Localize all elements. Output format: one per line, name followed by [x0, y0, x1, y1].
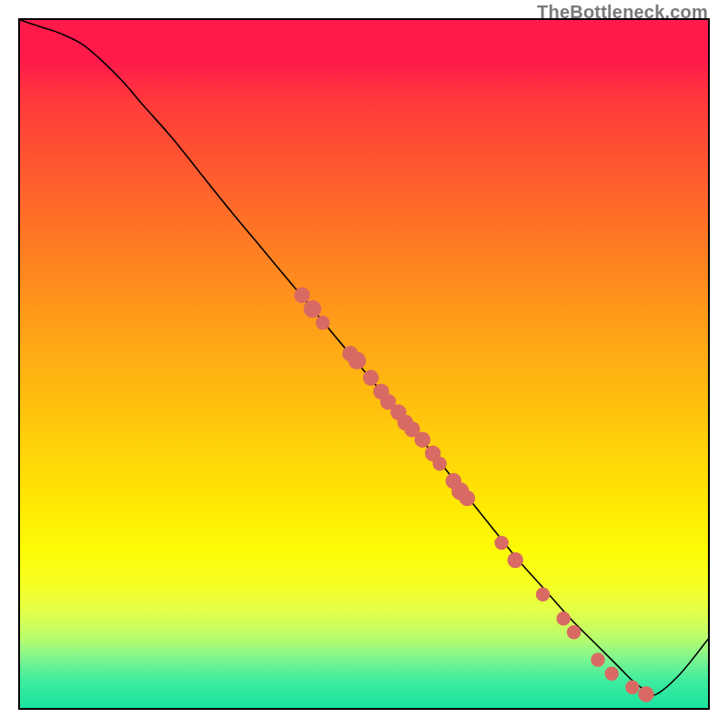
data-point	[383, 398, 392, 407]
data-point	[511, 555, 520, 564]
data-point	[429, 449, 438, 458]
data-point	[394, 408, 403, 417]
chart-container: TheBottleneck.com	[0, 0, 728, 728]
data-point	[307, 304, 318, 315]
data-point	[377, 387, 386, 396]
data-point	[436, 460, 443, 468]
watermark-text: TheBottleneck.com	[537, 2, 708, 23]
data-point	[498, 540, 505, 547]
data-point	[608, 670, 615, 677]
data-point	[594, 656, 602, 663]
data-point	[571, 629, 578, 636]
data-point	[351, 355, 362, 366]
data-point	[408, 425, 417, 434]
plot-area	[18, 18, 710, 710]
curve-layer	[20, 20, 708, 708]
data-point	[418, 435, 427, 444]
data-point	[629, 683, 636, 691]
data-point	[462, 493, 471, 502]
data-point	[560, 615, 567, 622]
marker-group	[298, 290, 651, 698]
data-point	[540, 591, 547, 598]
data-point	[298, 290, 307, 299]
data-point	[367, 373, 376, 382]
data-point	[319, 319, 327, 327]
data-point	[642, 690, 651, 699]
